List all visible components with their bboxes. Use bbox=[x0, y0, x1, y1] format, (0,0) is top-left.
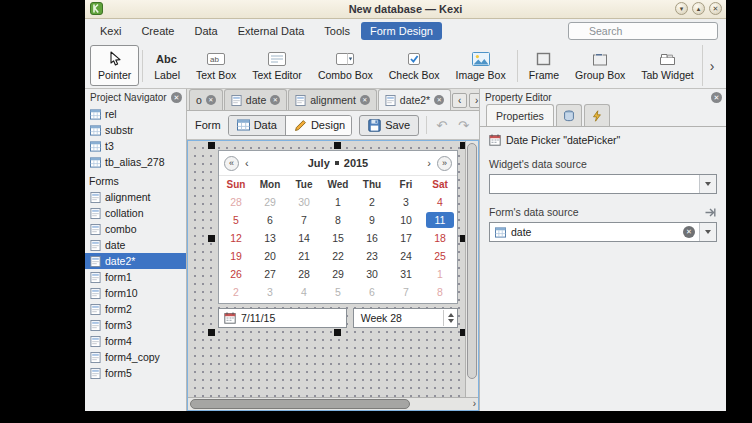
week-spin-buttons[interactable] bbox=[443, 310, 454, 326]
design-view-button[interactable]: Design bbox=[285, 116, 352, 135]
calendar-day-cell[interactable]: 28 bbox=[219, 194, 253, 210]
tab-close-icon[interactable]: ✕ bbox=[434, 95, 444, 105]
calendar-day-cell[interactable]: 8 bbox=[423, 284, 457, 300]
navigator-item-combo[interactable]: combo bbox=[85, 221, 186, 237]
document-tab-o[interactable]: o✕ bbox=[189, 89, 223, 110]
navigator-item-date2[interactable]: date2* bbox=[85, 253, 186, 269]
form-menu-label[interactable]: Form bbox=[195, 119, 221, 131]
calendar-day-cell[interactable]: 21 bbox=[287, 248, 321, 264]
document-tab-date[interactable]: date✕ bbox=[224, 89, 287, 110]
selection-handle-bottom-left[interactable] bbox=[208, 329, 215, 336]
calendar-day-cell[interactable]: 30 bbox=[287, 194, 321, 210]
data-view-button[interactable]: Data bbox=[229, 116, 285, 135]
calendar-day-cell[interactable]: 10 bbox=[389, 212, 423, 228]
calendar-day-cell[interactable]: 18 bbox=[423, 230, 457, 246]
navigator-item-date[interactable]: date bbox=[85, 237, 186, 253]
calendar-day-cell[interactable]: 7 bbox=[389, 284, 423, 300]
goto-data-source-icon[interactable] bbox=[704, 207, 717, 218]
calendar-day-cell[interactable]: 26 bbox=[219, 266, 253, 282]
document-tab-alignment[interactable]: alignment✕ bbox=[288, 89, 377, 110]
calendar-day-cell[interactable]: 16 bbox=[355, 230, 389, 246]
menu-item-tools[interactable]: Tools bbox=[315, 22, 359, 40]
calendar-day-cell[interactable]: 30 bbox=[355, 266, 389, 282]
calendar-day-cell[interactable]: 27 bbox=[253, 266, 287, 282]
spin-up-icon[interactable] bbox=[448, 313, 454, 317]
widget-data-source-combo[interactable] bbox=[489, 174, 717, 194]
selection-handle-top-center[interactable] bbox=[334, 142, 341, 149]
navigator-item-form4[interactable]: form4 bbox=[85, 333, 186, 349]
menu-item-external-data[interactable]: External Data bbox=[229, 22, 314, 40]
save-button[interactable]: Save bbox=[359, 115, 419, 136]
tool-button-combo-box[interactable]: Combo Box bbox=[310, 45, 381, 86]
navigator-item-form5[interactable]: form5 bbox=[85, 365, 186, 381]
date-input[interactable]: 7/11/15 bbox=[218, 308, 347, 328]
selection-handle-bottom-center[interactable] bbox=[334, 329, 341, 336]
form-data-source-combo[interactable]: date ✕ bbox=[489, 222, 717, 242]
tool-button-check-box[interactable]: Check Box bbox=[381, 45, 448, 86]
calendar-day-cell[interactable]: 5 bbox=[219, 212, 253, 228]
navigator-item-form3[interactable]: form3 bbox=[85, 317, 186, 333]
close-button[interactable]: ✕ bbox=[709, 2, 722, 15]
calendar-day-cell[interactable]: 23 bbox=[355, 248, 389, 264]
calendar-day-cell[interactable]: 13 bbox=[253, 230, 287, 246]
calendar-day-cell[interactable]: 29 bbox=[253, 194, 287, 210]
calendar-day-cell[interactable]: 11 bbox=[426, 212, 454, 228]
calendar-next-year-button[interactable]: » bbox=[437, 156, 452, 171]
calendar-day-cell[interactable]: 1 bbox=[423, 266, 457, 282]
menu-item-data[interactable]: Data bbox=[185, 22, 226, 40]
navigator-item-form10[interactable]: form10 bbox=[85, 285, 186, 301]
calendar-month-label[interactable]: July bbox=[308, 157, 330, 169]
calendar-day-cell[interactable]: 3 bbox=[389, 194, 423, 210]
calendar-day-cell[interactable]: 19 bbox=[219, 248, 253, 264]
navigator-item-alignment[interactable]: alignment bbox=[85, 189, 186, 205]
calendar-day-cell[interactable]: 12 bbox=[219, 230, 253, 246]
calendar-day-cell[interactable]: 1 bbox=[321, 194, 355, 210]
navigator-item-form4-copy[interactable]: form4_copy bbox=[85, 349, 186, 365]
navigator-item-t3[interactable]: t3 bbox=[85, 138, 186, 154]
calendar-next-month-button[interactable]: › bbox=[425, 157, 433, 169]
calendar-day-cell[interactable]: 4 bbox=[423, 194, 457, 210]
calendar-day-cell[interactable]: 9 bbox=[355, 212, 389, 228]
calendar-day-cell[interactable]: 2 bbox=[355, 194, 389, 210]
calendar-day-cell[interactable]: 28 bbox=[287, 266, 321, 282]
tool-button-group-box[interactable]: Group Box bbox=[567, 45, 633, 86]
calendar-widget[interactable]: « ‹ July 2015 › » SunMonTueWedThuF bbox=[218, 150, 458, 304]
toolbar-overflow-button[interactable]: › bbox=[702, 45, 722, 86]
calendar-day-cell[interactable]: 24 bbox=[389, 248, 423, 264]
tool-button-text-box[interactable]: abText Box bbox=[188, 45, 244, 86]
clear-data-source-icon[interactable]: ✕ bbox=[683, 226, 695, 238]
calendar-year-label[interactable]: 2015 bbox=[344, 157, 368, 169]
calendar-day-cell[interactable]: 25 bbox=[423, 248, 457, 264]
calendar-day-cell[interactable]: 4 bbox=[287, 284, 321, 300]
spin-down-icon[interactable] bbox=[448, 319, 454, 323]
tool-button-pointer[interactable]: Pointer bbox=[90, 45, 139, 86]
redo-button[interactable]: ↷ bbox=[456, 118, 471, 133]
vertical-scroll-thumb[interactable] bbox=[467, 143, 477, 379]
tab-close-icon[interactable]: ✕ bbox=[206, 95, 216, 105]
horizontal-scroll-thumb[interactable] bbox=[190, 399, 410, 409]
navigator-close-icon[interactable]: ✕ bbox=[171, 92, 182, 103]
titlebar[interactable]: New database — Kexi ▾ ▴ ✕ bbox=[85, 0, 726, 19]
navigator-item-form2[interactable]: form2 bbox=[85, 301, 186, 317]
tool-button-tab-widget[interactable]: Tab Widget bbox=[633, 45, 702, 86]
tab-properties[interactable]: Properties bbox=[486, 104, 554, 126]
calendar-day-cell[interactable]: 31 bbox=[389, 266, 423, 282]
calendar-day-cell[interactable]: 20 bbox=[253, 248, 287, 264]
document-tab-date2[interactable]: date2*✕ bbox=[378, 89, 451, 110]
calendar-prev-month-button[interactable]: ‹ bbox=[243, 157, 251, 169]
calendar-day-cell[interactable]: 2 bbox=[219, 284, 253, 300]
tab-scroll-left-button[interactable]: ‹ bbox=[452, 93, 467, 108]
canvas-horizontal-scrollbar[interactable]: › bbox=[188, 397, 478, 410]
tab-close-icon[interactable]: ✕ bbox=[360, 95, 370, 105]
tool-button-frame[interactable]: Frame bbox=[521, 45, 567, 86]
tool-button-image-box[interactable]: Image Box bbox=[448, 45, 514, 86]
navigator-item-collation[interactable]: collation bbox=[85, 205, 186, 221]
design-grid[interactable]: « ‹ July 2015 › » SunMonTueWedThuF bbox=[188, 141, 465, 397]
tool-button-text-editor[interactable]: Text Editor bbox=[244, 45, 310, 86]
dropdown-arrow-icon[interactable] bbox=[699, 175, 716, 193]
selection-handle-mid-left[interactable] bbox=[208, 235, 215, 242]
tool-button-label[interactable]: AbcLabel bbox=[146, 45, 188, 86]
calendar-day-cell[interactable]: 5 bbox=[321, 284, 355, 300]
menu-item-form-design[interactable]: Form Design bbox=[361, 22, 442, 40]
maximize-button[interactable]: ▴ bbox=[692, 2, 705, 15]
